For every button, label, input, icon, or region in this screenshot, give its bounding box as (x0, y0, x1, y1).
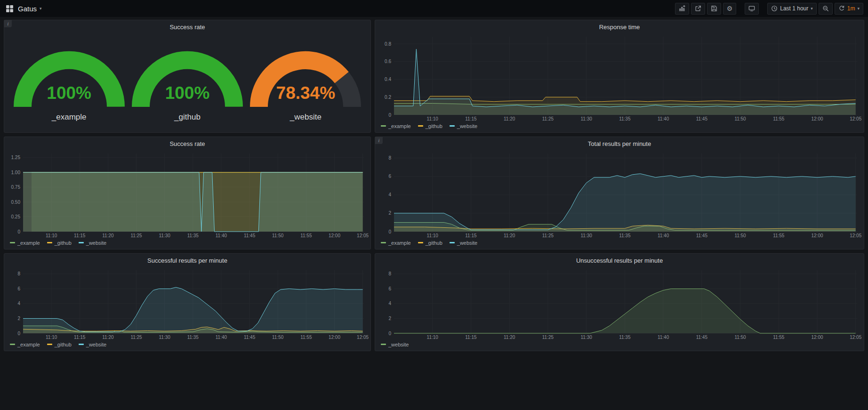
unsuccessful-results-chart[interactable]: 11:1011:1511:2011:2511:3011:3511:4011:45… (378, 267, 860, 340)
legend-label: _website (388, 342, 409, 347)
x-axis-tick-label: 11:35 (619, 335, 631, 340)
x-axis-tick-label: 12:05 (357, 233, 369, 238)
legend-item-_website[interactable]: _website (381, 342, 409, 347)
x-axis-tick-label: 11:40 (658, 335, 669, 340)
y-axis-tick-label: 0.4 (385, 77, 391, 82)
x-axis-tick-label: 11:15 (465, 233, 477, 238)
dashboard-grid: i Success rate 100% _example 100% _githu… (0, 17, 868, 354)
total-results-chart[interactable]: 11:1011:1511:2011:2511:3011:3511:4011:45… (378, 151, 860, 239)
legend-item-_example[interactable]: _example (10, 240, 40, 246)
legend-label: _github (426, 240, 442, 246)
panel-title[interactable]: Response time (375, 20, 864, 32)
response-time-chart[interactable]: 11:1011:1511:2011:2511:3011:3511:4011:45… (378, 34, 860, 122)
legend-item-_github[interactable]: _github (47, 342, 72, 347)
legend-item-_github[interactable]: _github (418, 240, 442, 246)
legend-swatch (450, 125, 455, 127)
x-axis-tick-label: 11:50 (734, 335, 746, 340)
legend-item-_example[interactable]: _example (10, 342, 40, 347)
save-button[interactable] (707, 3, 721, 15)
chart-legend: _example_github_website (375, 122, 864, 132)
legend-swatch (47, 242, 52, 243)
x-axis-tick-label: 12:00 (329, 335, 340, 340)
y-axis-tick-label: 0.2 (385, 95, 391, 100)
y-axis-tick-label: 0 (17, 229, 20, 234)
legend-item-_example[interactable]: _example (381, 123, 411, 129)
panel-title[interactable]: Successful results per minute (4, 254, 370, 265)
legend-item-_github[interactable]: _github (47, 240, 72, 246)
legend-item-_website[interactable]: _website (79, 342, 106, 347)
legend-swatch (381, 125, 386, 127)
panel-title[interactable]: Unsuccessful results per minute (375, 254, 864, 265)
x-axis-tick-label: 11:35 (619, 233, 631, 238)
x-axis-tick-label: 11:30 (159, 233, 171, 238)
x-axis-tick-label: 11:40 (216, 335, 227, 340)
y-axis-tick-label: 6 (388, 174, 391, 179)
gauges-row: 100% _example 100% _github 78.34% _websi… (4, 32, 370, 132)
legend-swatch (418, 242, 423, 243)
y-axis-tick-label: 0 (388, 331, 391, 336)
legend-item-_website[interactable]: _website (450, 123, 477, 129)
panel-total-results: i Total results per minute 11:1011:1511:… (375, 137, 864, 249)
y-axis-tick-label: 0.8 (385, 41, 391, 47)
legend-item-_website[interactable]: _website (79, 240, 106, 246)
legend-label: _example (388, 240, 411, 246)
x-axis-tick-label: 12:05 (850, 116, 861, 121)
successful-results-chart[interactable]: 11:1011:1511:2011:2511:3011:3511:4011:45… (7, 267, 367, 340)
share-button[interactable] (691, 3, 705, 15)
y-axis-tick-label: 6 (388, 286, 391, 291)
x-axis-tick-label: 11:10 (46, 233, 57, 238)
settings-button[interactable]: ⚙ (723, 3, 737, 15)
series-area-_website (23, 172, 363, 232)
legend-item-_github[interactable]: _github (418, 123, 442, 129)
panel-info-icon[interactable]: i (375, 137, 383, 144)
x-axis-tick-label: 11:50 (272, 335, 284, 340)
panel-unsuccessful-results: Unsuccessful results per minute 11:1011:… (375, 253, 864, 351)
x-axis-tick-label: 11:15 (465, 116, 477, 121)
tv-mode-button[interactable] (745, 3, 759, 15)
gear-icon: ⚙ (727, 5, 733, 12)
refresh-button[interactable]: 1m ▾ (835, 3, 863, 15)
y-axis-tick-label: 2 (17, 316, 20, 321)
gauge-example: 100% _example (13, 41, 125, 122)
legend-swatch (79, 242, 84, 243)
x-axis-tick-label: 11:25 (130, 335, 142, 340)
chart-area: 11:1011:1511:2011:2511:3011:3511:4011:45… (4, 149, 370, 239)
legend-swatch (10, 344, 15, 345)
panel-title[interactable]: Success rate (4, 137, 370, 149)
legend-label: _example (17, 240, 40, 246)
add-panel-icon (679, 5, 685, 12)
x-axis-tick-label: 11:20 (102, 233, 114, 238)
x-axis-tick-label: 12:05 (357, 335, 369, 340)
y-axis-tick-label: 4 (17, 301, 20, 306)
y-axis-tick-label: 0.25 (11, 214, 21, 219)
save-icon (711, 5, 717, 12)
legend-label: _website (457, 240, 477, 246)
legend-label: _website (86, 342, 106, 347)
chart-area: 11:1011:1511:2011:2511:3011:3511:4011:45… (375, 265, 864, 340)
zoom-out-button[interactable] (819, 3, 833, 15)
time-range-picker[interactable]: Last 1 hour ▾ (767, 3, 817, 15)
legend-item-_website[interactable]: _website (450, 240, 477, 246)
dashboard-title-dropdown[interactable]: Gatus ▾ (18, 5, 42, 13)
dashboard-grid-icon[interactable] (6, 5, 14, 13)
panel-title[interactable]: Success rate (4, 20, 370, 32)
x-axis-tick-label: 11:35 (619, 116, 631, 121)
refresh-interval-label: 1m (847, 5, 855, 12)
gauge-value: 78.34% (249, 83, 362, 103)
legend-label: _website (86, 240, 106, 246)
legend-swatch (381, 242, 386, 243)
x-axis-tick-label: 12:05 (850, 335, 861, 340)
panel-info-icon[interactable]: i (4, 20, 12, 27)
success-rate-chart[interactable]: 11:1011:1511:2011:2511:3011:3511:4011:45… (7, 151, 367, 239)
x-axis-tick-label: 11:20 (504, 116, 515, 121)
panel-title[interactable]: Total results per minute (375, 137, 864, 149)
x-axis-tick-label: 11:20 (504, 233, 515, 238)
x-axis-tick-label: 12:00 (811, 233, 823, 238)
legend-swatch (418, 125, 423, 127)
legend-item-_example[interactable]: _example (381, 240, 411, 246)
x-axis-tick-label: 11:10 (427, 233, 439, 238)
add-panel-button[interactable] (675, 3, 689, 15)
caret-down-icon: ▾ (811, 7, 813, 11)
legend-label: _example (17, 342, 40, 347)
y-axis-tick-label: 0 (388, 229, 391, 234)
